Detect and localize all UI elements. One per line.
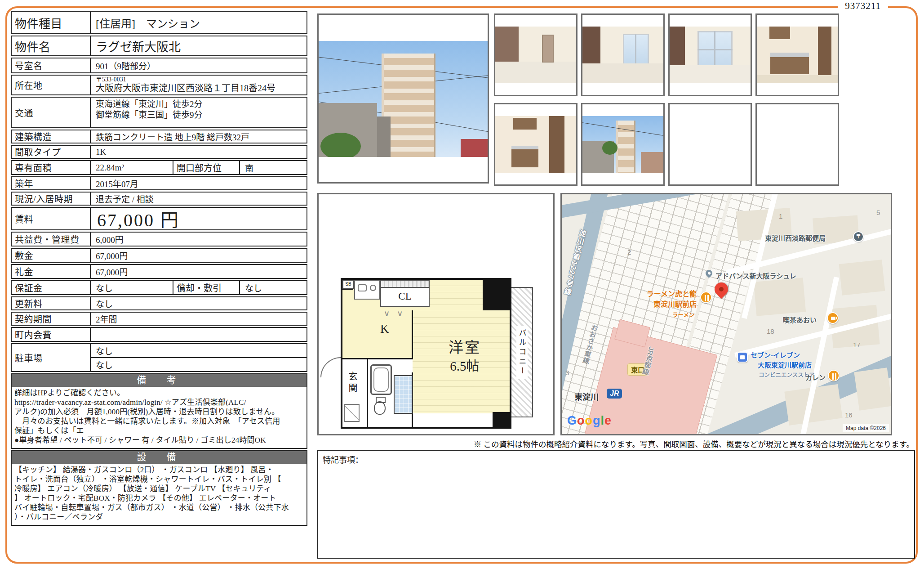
room-interior-image <box>582 27 663 83</box>
post-office-label: 東淀川西淡路郵便局 <box>765 233 826 242</box>
station-name-label: 東淀川 <box>574 390 599 402</box>
google-logo: Google <box>567 414 612 428</box>
table-row: 所在地 〒533-0031 大阪府大阪市東淀川区西淡路１丁目18番24号 <box>11 75 307 95</box>
building-exterior-image <box>319 41 488 157</box>
jr-logo: JR <box>607 389 622 399</box>
room-size-label: 6.5帖 <box>433 355 496 374</box>
bathtub-icon <box>370 364 392 395</box>
seven-label-1: セブン-イレブン <box>751 350 800 359</box>
balcony-area: バルコニー <box>511 287 533 417</box>
room-interior-image <box>495 27 576 83</box>
shoe-box: SB <box>342 280 354 289</box>
ramen-label-1: ラーメン虎と龍 <box>629 288 697 299</box>
table-row: 専有面積 22.84m² 開口部方位 南 <box>11 160 307 175</box>
property-name: ラグゼ新大阪北 <box>91 36 307 55</box>
room-label: 洋室 <box>433 336 496 357</box>
kitchen-label: K <box>380 322 389 336</box>
entrance-label: 玄関 <box>346 372 359 395</box>
photo-kitchen-2 <box>494 103 578 186</box>
seven-label-2: 大阪東淀川駅前店 <box>758 360 812 369</box>
table-row: 契約期間 2年間 <box>11 312 307 326</box>
post-office-icon: 〒 <box>853 231 864 242</box>
toilet-icon <box>374 401 386 415</box>
rent-amount: 67,000 円 <box>91 208 307 229</box>
mansion-label: アドバンス新大阪ラシュレ <box>715 271 796 280</box>
photo-empty-2 <box>755 103 839 186</box>
equipment-section: 設 備 【キッチン】 給湯器・ガスコンロ（2口） ・ガスコンロ 【水廻り】 風呂… <box>11 450 307 526</box>
table-row: 築年 2015年07月 <box>11 176 307 190</box>
map-copyright: Map data ©2026 <box>843 424 889 432</box>
property-table: 物件種目 [住居用] マンション 物件名 ラグゼ新大阪北 号室名 901（9階部… <box>11 11 307 527</box>
washer-space <box>344 404 360 422</box>
ramen-tag: ラーメン <box>672 310 695 319</box>
special-notes-box: 特記事項： <box>317 450 915 559</box>
convenience-store-icon <box>737 352 748 363</box>
block-number: 3 <box>565 369 569 376</box>
special-notes-label: 特記事項： <box>318 451 914 468</box>
table-row: 更新料 なし <box>11 296 307 310</box>
table-row: 物件名 ラグゼ新大阪北 <box>11 36 307 56</box>
access-line2: 御堂筋線「東三国」徒歩9分 <box>96 110 302 121</box>
curry-icon <box>828 370 840 381</box>
table-row-parking: 駐車場 なし なし <box>11 343 307 372</box>
remarks-header: 備 考 <box>12 374 307 387</box>
photo-room-3 <box>668 13 752 96</box>
table-row: 号室名 901（9階部分） <box>11 58 307 73</box>
block-number: 5 <box>876 209 880 216</box>
table-row: 現況/入居時期 退去予定 / 相談 <box>11 192 307 206</box>
address: 大阪府大阪市東淀川区西淡路１丁目18番24号 <box>96 83 302 94</box>
photo-room-2 <box>581 13 665 96</box>
table-row: 町内会費 <box>11 327 307 342</box>
floor-plan: バルコニー CL ∨∨ SB K 洋室 6.5帖 玄関 <box>341 269 534 429</box>
wall-block <box>493 412 510 427</box>
kitchen-unit-image <box>495 116 576 173</box>
room-interior-image <box>670 27 751 83</box>
table-row: 礼金 67,000円 <box>11 264 307 279</box>
kitchen-image <box>757 27 838 83</box>
block-number: 1 <box>779 212 782 220</box>
curry-label: カレン <box>805 372 826 382</box>
photo-empty-1 <box>668 103 752 186</box>
document-number: 9373211 <box>838 0 888 12</box>
shower-tile <box>394 375 413 414</box>
table-row: 建築構造 鉄筋コンクリート造 地上9階 総戸数32戸 <box>11 130 307 143</box>
photo-building-main <box>317 13 489 184</box>
cafe-label: 喫茶あおい <box>783 315 817 324</box>
equipment-text: 【キッチン】 給湯器・ガスコンロ（2口） ・ガスコンロ 【水廻り】 風呂・トイレ… <box>12 464 307 524</box>
photo-room-1 <box>494 13 578 96</box>
access-line1: 東海道線「東淀川」徒歩2分 <box>96 99 302 110</box>
block-number: 18 <box>767 327 774 335</box>
photo-building-street <box>581 103 665 186</box>
table-row: 敷金 67,000円 <box>11 248 307 263</box>
table-row: 共益費・管理費 6,000円 <box>11 232 307 246</box>
table-row-rent: 賃料 67,000 円 <box>11 207 307 230</box>
table-row: 間取タイプ 1K <box>11 145 307 159</box>
block-number: 17 <box>853 341 861 349</box>
floor-plan-panel: バルコニー CL ∨∨ SB K 洋室 6.5帖 玄関 <box>317 193 555 435</box>
disclaimer-note: ※ この資料は物件の概略紹介資料になります。写真、間取図面、設備、概要などが現況… <box>474 438 914 449</box>
postal-code: 〒533-0031 <box>96 76 302 83</box>
remarks-section: 備 考 詳細はHPよりご確認ください。https://trader-vacanc… <box>11 373 307 449</box>
property-sheet: 9373211 物件種目 [住居用] マンション 物件名 ラグゼ新大阪北 号室名… <box>0 0 924 569</box>
closet: CL <box>380 280 430 307</box>
remarks-text: 詳細はHPよりご確認ください。https://trader-vacancy.az… <box>12 387 307 447</box>
photo-kitchen-1 <box>755 13 839 96</box>
ramen-label-2: 東淀川駅前店 <box>629 298 697 309</box>
cafe-icon <box>827 312 839 324</box>
building-street-image <box>582 116 663 173</box>
table-row: 交通 東海道線「東淀川」徒歩2分 御堂筋線「東三国」徒歩9分 <box>11 97 307 128</box>
entrance-door-arc <box>320 357 341 377</box>
wall-block <box>483 280 510 310</box>
kitchen-counter <box>354 280 380 300</box>
block-number: 16 <box>845 411 853 419</box>
block-number: 2 <box>627 248 631 256</box>
table-row: 物件種目 [住居用] マンション <box>11 11 307 34</box>
equipment-header: 設 備 <box>12 451 307 464</box>
restaurant-icon <box>700 291 712 303</box>
map-panel: 淀川区第1227号線 1 5 2 3 18 17 16 東淀川西淡路郵便局 〒 … <box>560 193 892 435</box>
table-row: 保証金 なし 償却・敷引 なし <box>11 280 307 295</box>
